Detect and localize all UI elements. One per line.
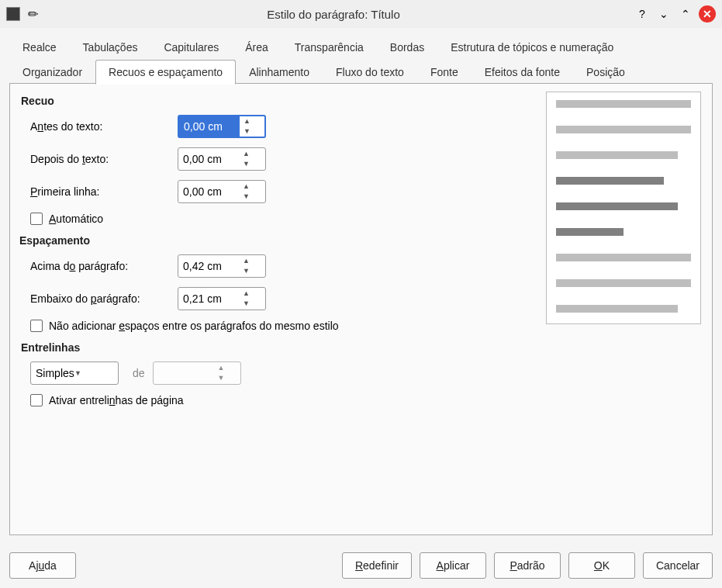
depois-input[interactable]: [178, 148, 239, 170]
window-title: Estilo do parágrafo: Título: [38, 8, 629, 21]
tab-organizador[interactable]: Organizador: [9, 60, 95, 85]
help-button[interactable]: Ajuda: [9, 552, 76, 579]
acima-down[interactable]: ▼: [240, 266, 253, 276]
embaixo-up[interactable]: ▲: [240, 289, 253, 299]
tab-tabulacoes[interactable]: Tabulações: [70, 35, 151, 60]
maximize-icon[interactable]: ⌃: [677, 5, 694, 22]
depois-up[interactable]: ▲: [240, 149, 253, 159]
cancel-button[interactable]: Cancelar: [643, 552, 713, 579]
embaixo-spin[interactable]: ▲▼: [178, 287, 266, 310]
espacamento-title: Espaçamento: [19, 234, 534, 247]
primeira-up[interactable]: ▲: [240, 182, 253, 192]
reset-button[interactable]: Redefinir: [342, 552, 412, 579]
entrelinhas-value: Simples: [36, 367, 74, 379]
tab-posicao[interactable]: Posição: [573, 60, 638, 85]
acima-label: Acima do parágrafo:: [30, 260, 178, 272]
help-icon[interactable]: ?: [634, 5, 651, 22]
acima-input[interactable]: [178, 255, 239, 277]
minimize-icon[interactable]: ⌄: [655, 5, 672, 22]
tab-efeitos[interactable]: Efeitos da fonte: [472, 60, 573, 85]
tab-fonte[interactable]: Fonte: [417, 60, 472, 85]
preview-line: [556, 100, 691, 108]
tab-alinhamento[interactable]: Alinhamento: [236, 60, 323, 85]
preview-line: [556, 279, 691, 287]
tab-row-top: Realce Tabulações Capitulares Área Trans…: [9, 34, 713, 59]
primeira-spin[interactable]: ▲▼: [178, 180, 266, 203]
app-icon: [6, 7, 20, 21]
embaixo-label: Embaixo do parágrafo:: [30, 292, 178, 305]
tab-bordas[interactable]: Bordas: [377, 35, 437, 60]
antes-input[interactable]: [179, 116, 240, 137]
standard-button[interactable]: Padrão: [494, 552, 561, 579]
primeira-down[interactable]: ▼: [240, 192, 253, 202]
nao-adicionar-label: Não adicionar espaços entre os parágrafo…: [49, 320, 339, 332]
preview-line: [556, 228, 624, 236]
apply-button[interactable]: Aplicar: [420, 552, 486, 579]
acima-up[interactable]: ▲: [240, 256, 253, 266]
entrelinhas-title: Entrelinhas: [21, 341, 534, 354]
de-spin[interactable]: ▲▼: [153, 361, 241, 385]
tab-row-bottom: Organizador Recuos e espaçamento Alinham…: [9, 59, 713, 84]
tab-realce[interactable]: Realce: [9, 35, 70, 60]
automatico-checkbox[interactable]: [30, 213, 43, 225]
tab-area[interactable]: Área: [232, 35, 282, 60]
antes-spin[interactable]: ▲▼: [178, 115, 266, 138]
acima-spin[interactable]: ▲▼: [178, 254, 266, 278]
de-input[interactable]: [154, 362, 214, 384]
de-label: de: [133, 367, 145, 379]
ativar-entrelinhas-checkbox[interactable]: [30, 394, 43, 406]
tab-transparencia[interactable]: Transparência: [282, 35, 377, 60]
automatico-label: Automático: [49, 213, 103, 225]
tab-capitulares[interactable]: Capitulares: [150, 35, 232, 60]
tab-estrutura[interactable]: Estrutura de tópicos e numeração: [437, 35, 627, 60]
de-down[interactable]: ▼: [215, 373, 228, 383]
tab-recuos[interactable]: Recuos e espaçamento: [95, 60, 236, 85]
primeira-input[interactable]: [178, 181, 239, 202]
embaixo-input[interactable]: [178, 288, 239, 310]
entrelinhas-select[interactable]: Simples ▼: [30, 361, 119, 385]
ativar-entrelinhas-label: Ativar entrelinhas de página: [49, 394, 184, 406]
depois-down[interactable]: ▼: [240, 159, 253, 169]
chevron-down-icon: ▼: [74, 369, 113, 377]
primeira-label: Primeira linha:: [30, 185, 178, 198]
recuo-title: Recuo: [21, 95, 534, 107]
ok-button[interactable]: OK: [568, 552, 635, 579]
tab-fluxo[interactable]: Fluxo do texto: [323, 60, 417, 85]
antes-up[interactable]: ▲: [240, 116, 254, 126]
nao-adicionar-checkbox[interactable]: [30, 320, 43, 332]
preview-line: [556, 254, 691, 261]
close-icon[interactable]: ✕: [699, 5, 716, 22]
preview-line: [556, 126, 691, 133]
embaixo-down[interactable]: ▼: [240, 299, 253, 309]
depois-label: Depois do texto:: [30, 153, 178, 165]
depois-spin[interactable]: ▲▼: [178, 147, 266, 171]
preview-line: [556, 305, 678, 313]
antes-down[interactable]: ▼: [240, 126, 254, 137]
de-up[interactable]: ▲: [215, 363, 228, 373]
preview-line: [556, 177, 664, 185]
titlebar: ✎ Estilo do parágrafo: Título ? ⌄ ⌃ ✕: [0, 0, 722, 28]
antes-label: Antes do texto:: [30, 120, 178, 133]
preview-line: [556, 202, 678, 210]
preview-pane: [546, 92, 701, 324]
preview-line: [556, 151, 678, 159]
